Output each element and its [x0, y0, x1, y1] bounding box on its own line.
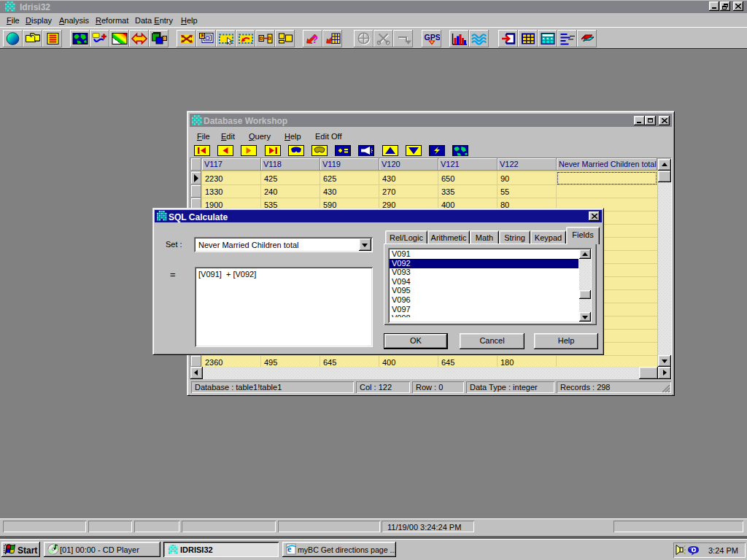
svg-text:?: ? [311, 32, 318, 44]
svg-text:GPS: GPS [424, 32, 440, 41]
